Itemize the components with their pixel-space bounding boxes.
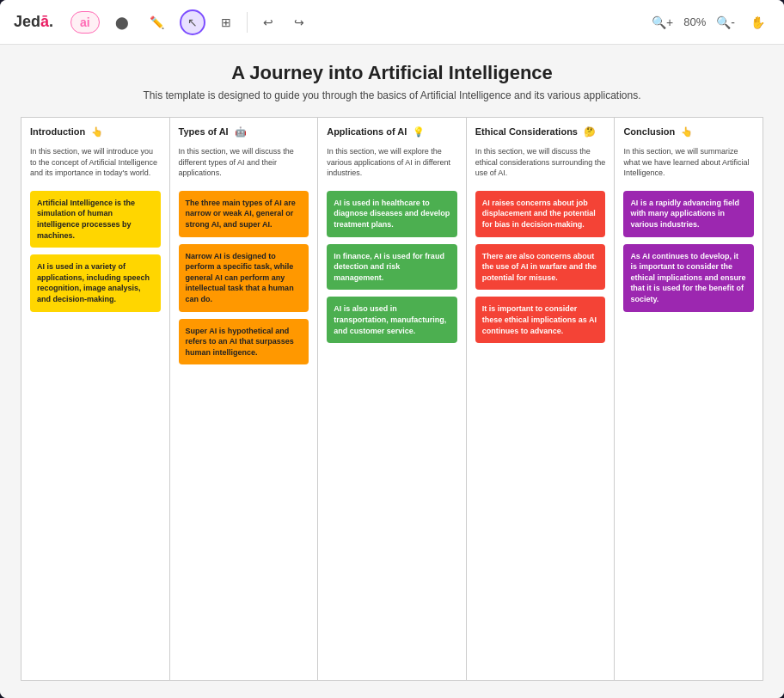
app-window: Jedā. ai ⬤ ✏️ ↖ ⊞ ↩ ↪ 🔍+ 80% 🔍- ✋ A Jour… bbox=[0, 0, 784, 698]
card-conclusion-2: As AI continues to develop, it is import… bbox=[623, 244, 754, 312]
card-app-2: In finance, AI is used for fraud detecti… bbox=[327, 244, 457, 291]
logo: Jedā. bbox=[14, 13, 53, 31]
card-app-3: AI is also used in transportation, manuf… bbox=[327, 297, 457, 343]
zoom-controls: 🔍+ 80% 🔍- ✋ bbox=[646, 12, 770, 33]
toolbar: Jedā. ai ⬤ ✏️ ↖ ⊞ ↩ ↪ 🔍+ 80% 🔍- ✋ bbox=[0, 0, 784, 45]
canvas-area: A Journey into Artificial Intelligence T… bbox=[0, 45, 784, 698]
col-applications-header: Applications of AI 💡 bbox=[327, 126, 457, 138]
col-types-desc: In this section, we will discuss the dif… bbox=[179, 146, 309, 179]
card-app-1: AI is used in healthcare to diagnose dis… bbox=[327, 191, 457, 237]
zoom-in-button[interactable]: 🔍+ bbox=[646, 12, 678, 33]
pencil-tool[interactable]: ✏️ bbox=[144, 12, 169, 33]
col-conclusion-desc: In this section, we will summarize what … bbox=[623, 146, 754, 179]
col-types: Types of AI 🤖 In this section, we will d… bbox=[170, 118, 319, 680]
circle-tool[interactable]: ⬤ bbox=[110, 12, 134, 33]
card-ethical-3: It is important to consider these ethica… bbox=[475, 297, 606, 343]
slide-title: A Journey into Artificial Intelligence bbox=[21, 62, 763, 84]
col-ethical: Ethical Considerations 🤔 In this section… bbox=[467, 118, 616, 680]
col-conclusion-emoji: 👆 bbox=[681, 126, 693, 137]
col-applications-emoji: 💡 bbox=[413, 126, 425, 137]
col-introduction-header: Introduction 👆 bbox=[30, 126, 161, 138]
col-conclusion-header: Conclusion 👆 bbox=[623, 126, 754, 138]
card-types-3: Super AI is hypothetical and refers to a… bbox=[179, 319, 309, 365]
card-intro-1: Artificial Intelligence is the simulatio… bbox=[30, 191, 161, 248]
card-ethical-2: There are also concerns about the use of… bbox=[475, 244, 606, 291]
col-types-header: Types of AI 🤖 bbox=[179, 126, 309, 138]
redo-button[interactable]: ↪ bbox=[289, 12, 309, 33]
columns-container: Introduction 👆 In this section, we will … bbox=[21, 117, 763, 681]
hand-tool[interactable]: ✋ bbox=[745, 12, 770, 33]
col-ethical-emoji: 🤔 bbox=[584, 126, 596, 137]
col-types-emoji: 🤖 bbox=[235, 126, 247, 137]
toolbar-separator bbox=[247, 12, 248, 33]
grid-tool[interactable]: ⊞ bbox=[216, 12, 236, 33]
undo-button[interactable]: ↩ bbox=[258, 12, 279, 33]
card-conclusion-1: AI is a rapidly advancing field with man… bbox=[623, 191, 754, 237]
zoom-level: 80% bbox=[683, 15, 706, 28]
zoom-out-button[interactable]: 🔍- bbox=[711, 12, 740, 33]
col-applications: Applications of AI 💡 In this section, we… bbox=[318, 118, 467, 680]
card-ethical-1: AI raises concerns about job displacemen… bbox=[475, 191, 606, 237]
slide-subtitle: This template is designed to guide you t… bbox=[21, 89, 763, 101]
col-ethical-desc: In this section, we will discuss the eth… bbox=[475, 146, 606, 179]
col-conclusion: Conclusion 👆 In this section, we will su… bbox=[615, 118, 763, 680]
select-tool[interactable]: ↖ bbox=[180, 9, 205, 35]
col-introduction-emoji: 👆 bbox=[91, 126, 103, 137]
col-applications-desc: In this section, we will explore the var… bbox=[327, 146, 457, 179]
ai-button[interactable]: ai bbox=[70, 11, 100, 34]
card-types-2: Narrow AI is designed to perform a speci… bbox=[179, 244, 309, 312]
col-ethical-header: Ethical Considerations 🤔 bbox=[475, 126, 606, 138]
card-types-1: The three main types of AI are narrow or… bbox=[179, 191, 309, 237]
card-intro-2: AI is used in a variety of applications,… bbox=[30, 254, 161, 311]
col-introduction-desc: In this section, we will introduce you t… bbox=[30, 146, 161, 179]
col-introduction: Introduction 👆 In this section, we will … bbox=[21, 118, 170, 680]
